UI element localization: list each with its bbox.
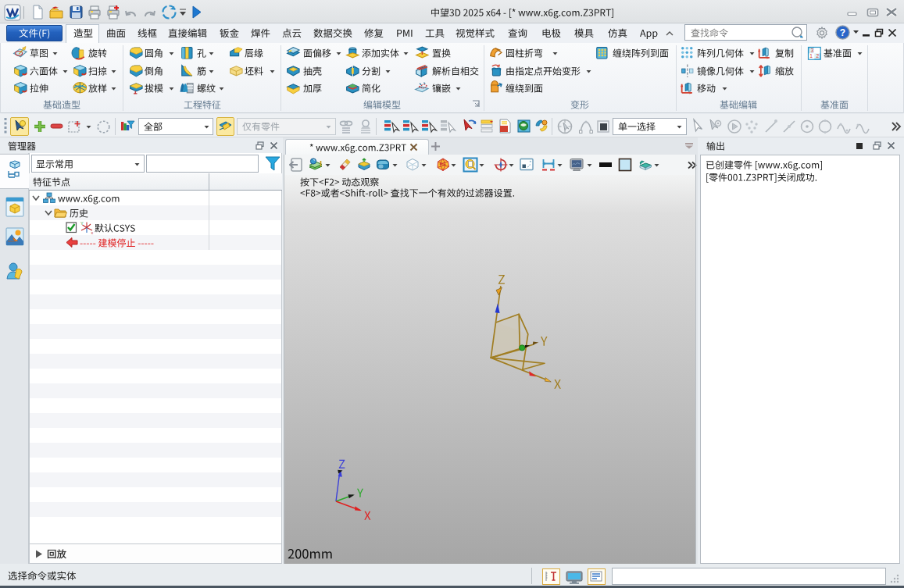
svg-text:2: 2 bbox=[816, 53, 820, 59]
svg-text:1: 1 bbox=[809, 53, 813, 59]
svg-text:x: x bbox=[91, 230, 94, 235]
svg-text:Y: Y bbox=[80, 221, 84, 226]
svg-text:?: ? bbox=[840, 27, 845, 38]
svg-text:3: 3 bbox=[810, 48, 813, 53]
